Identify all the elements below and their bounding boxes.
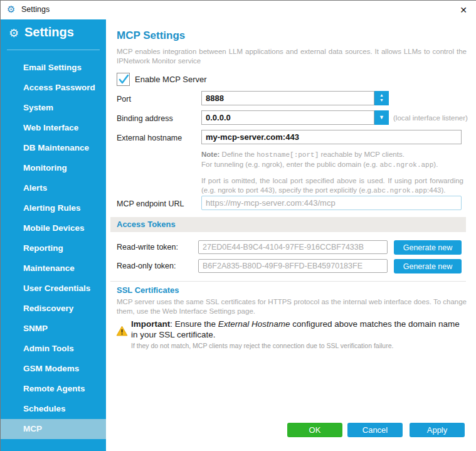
sidebar-item-gsm-modems[interactable]: GSM Modems <box>1 359 106 379</box>
sidebar-item-schedules[interactable]: Schedules <box>1 399 106 419</box>
sidebar-item-rediscovery[interactable]: Rediscovery <box>1 299 106 319</box>
close-icon[interactable]: ✕ <box>458 4 469 16</box>
gear-icon: ⚙ <box>7 4 15 15</box>
note-paragraph-2: If port is omitted, the local port speci… <box>201 176 463 196</box>
page-title: MCP Settings <box>117 29 185 42</box>
sidebar-item-access-password[interactable]: Access Password <box>1 78 106 98</box>
chevron-down-icon: ▼ <box>374 110 389 125</box>
note-line-1: Note: Define the hostname[:port] reachab… <box>201 150 463 160</box>
sidebar-item-alerts[interactable]: Alerts <box>1 178 106 198</box>
sidebar-item-monitoring[interactable]: Monitoring <box>1 158 106 178</box>
chevron-up-icon: ▲ <box>374 93 389 98</box>
external-hostname-label: External hostname <box>117 134 182 142</box>
binding-address-input[interactable] <box>201 110 374 125</box>
checkbox-checked-icon[interactable] <box>117 73 130 86</box>
chevron-down-icon: ▼ <box>374 98 389 103</box>
sidebar-item-maintenance[interactable]: Maintenance <box>1 258 106 279</box>
cancel-button[interactable]: Cancel <box>347 423 403 437</box>
sidebar-item-admin-tools[interactable]: Admin Tools <box>1 339 106 359</box>
external-hostname-input[interactable] <box>201 130 462 144</box>
enable-mcp-label: Enable MCP Server <box>135 75 207 84</box>
ssl-certificates-description: MCP server uses the same SSL certificate… <box>117 297 467 316</box>
sidebar-item-system[interactable]: System <box>1 98 106 118</box>
sidebar-item-snmp[interactable]: SNMP <box>1 319 106 339</box>
port-spinner[interactable]: ▲ ▼ <box>374 91 389 105</box>
title-bar: ⚙ Settings ✕ <box>1 1 476 19</box>
ssl-important-note: If they do not match, MCP clients may re… <box>131 342 462 349</box>
sidebar-item-mobile-devices[interactable]: Mobile Devices <box>1 218 106 238</box>
sidebar-item-mcp[interactable]: MCP <box>1 419 106 439</box>
sidebar-item-remote-agents[interactable]: Remote Agents <box>1 379 106 399</box>
endpoint-url-label: MCP endpoint URL <box>117 199 184 208</box>
port-label: Port <box>117 95 131 103</box>
section-divider <box>110 281 466 282</box>
access-tokens-section-header: Access Tokens <box>110 217 466 232</box>
endpoint-url-input[interactable] <box>201 196 462 210</box>
gear-icon: ⚙ <box>9 26 19 40</box>
sidebar-item-web-interface[interactable]: Web Interface <box>1 118 106 138</box>
read-only-token-label: Read-only token: <box>117 262 176 270</box>
access-tokens-title: Access Tokens <box>117 220 176 229</box>
page-description: MCP enables integration between LLM appl… <box>117 47 467 66</box>
sidebar: ⚙ Settings Email SettingsAccess Password… <box>1 19 106 451</box>
sidebar-items: Email SettingsAccess PasswordSystemWeb I… <box>1 58 106 439</box>
ok-button[interactable]: OK <box>287 423 342 437</box>
ssl-certificates-title: SSL Certificates <box>117 285 179 295</box>
ssl-important-text: Important: Ensure the External Hostname … <box>131 319 462 340</box>
sidebar-item-reporting[interactable]: Reporting <box>1 238 106 258</box>
hostname-note: Note: Define the hostname[:port] reachab… <box>201 150 463 196</box>
binding-address-hint: (local interface listener) <box>393 114 468 122</box>
settings-window: ⚙ Settings ✕ ⚙ Settings Email SettingsAc… <box>0 0 476 451</box>
sidebar-item-db-maintenance[interactable]: DB Maintenance <box>1 138 106 158</box>
port-input[interactable] <box>201 91 374 105</box>
note-line-2: For tunneling (e.g. ngrok), enter the pu… <box>201 160 463 170</box>
sidebar-item-user-credentials[interactable]: User Credentials <box>1 279 106 299</box>
binding-address-dropdown[interactable]: ▼ <box>374 110 389 125</box>
apply-button[interactable]: Apply <box>410 423 465 437</box>
sidebar-divider <box>7 50 100 50</box>
generate-read-write-token-button[interactable]: Generate new <box>394 240 462 255</box>
read-only-token-input[interactable] <box>198 259 388 273</box>
read-write-token-input[interactable] <box>198 240 388 254</box>
sidebar-item-email-settings[interactable]: Email Settings <box>1 58 106 78</box>
sidebar-item-alerting-rules[interactable]: Alerting Rules <box>1 198 106 218</box>
sidebar-header: ⚙ Settings <box>1 19 106 48</box>
main-panel: MCP Settings MCP enables integration bet… <box>106 19 476 451</box>
generate-read-only-token-button[interactable]: Generate new <box>394 259 462 273</box>
window-title: Settings <box>21 5 50 14</box>
warning-icon <box>116 326 128 339</box>
sidebar-header-label: Settings <box>24 25 74 40</box>
read-write-token-label: Read-write token: <box>117 243 178 252</box>
binding-address-label: Binding address <box>117 114 173 123</box>
